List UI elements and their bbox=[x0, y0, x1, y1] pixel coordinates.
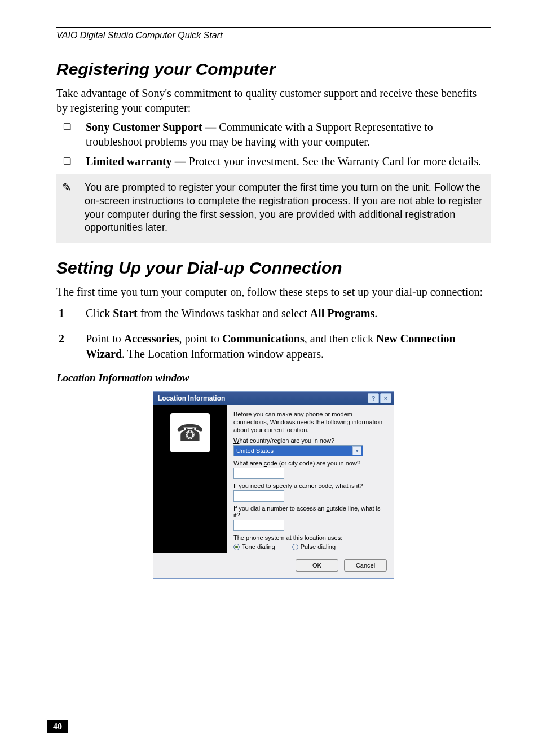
radio-pulse[interactable]: Pulse dialing bbox=[292, 543, 336, 550]
bullet-warranty: Limited warranty — Protect your investme… bbox=[56, 154, 491, 169]
heading-dialup: Setting Up your Dial-up Connection bbox=[56, 258, 491, 278]
areacode-input[interactable] bbox=[233, 468, 284, 479]
step-2: Point to Accessories, point to Communica… bbox=[56, 331, 491, 362]
step-1: Click Start from the Windows taskbar and… bbox=[56, 306, 491, 321]
step1-b2: All Programs bbox=[310, 307, 375, 319]
dialog-titlebar[interactable]: Location Information ? × bbox=[153, 392, 394, 405]
help-icon: ? bbox=[372, 395, 376, 402]
close-icon: × bbox=[384, 395, 387, 402]
dialog-title: Location Information bbox=[158, 394, 225, 402]
location-information-dialog: Location Information ? × ☎ Before you ca… bbox=[153, 391, 394, 579]
label-country-u: W bbox=[233, 437, 239, 444]
phone-icon: ☎ bbox=[170, 413, 210, 452]
label-country: What country/region are you in now? bbox=[233, 437, 387, 444]
label-areacode-post: ode (or city code) are you in now? bbox=[267, 460, 360, 467]
bullet-warranty-text: Protect your investment. See the Warrant… bbox=[189, 155, 481, 168]
page-number: 40 bbox=[47, 720, 68, 733]
radio-tone-label: one dialing bbox=[245, 543, 275, 550]
country-select[interactable]: United States ▾ bbox=[233, 445, 363, 456]
label-carrier-pre: If you need to specify a ca bbox=[233, 482, 306, 489]
note-box: ✎ You are prompted to register your comp… bbox=[56, 174, 491, 243]
label-areacode: What area code (or city code) are you in… bbox=[233, 460, 387, 467]
step2-b2: Communications bbox=[222, 332, 305, 345]
label-phone-system: The phone system at this location uses: bbox=[233, 534, 387, 541]
step1-post: . bbox=[374, 307, 377, 319]
step1-mid: from the Windows taskbar and select bbox=[138, 307, 310, 319]
dialog-sidebar: ☎ bbox=[153, 405, 227, 553]
label-carrier-post: rier code, what is it? bbox=[307, 482, 363, 489]
step2-b1: Accessories bbox=[124, 332, 179, 345]
bullet-sony-support-bold: Sony Customer Support — bbox=[86, 121, 219, 133]
dialog-intro: Before you can make any phone or modem c… bbox=[233, 411, 387, 434]
cancel-button[interactable]: Cancel bbox=[344, 559, 387, 572]
radio-pulse-label: ulse dialing bbox=[305, 543, 336, 550]
label-country-post: hat country/region are you in now? bbox=[239, 437, 334, 444]
registering-intro: Take advantage of Sony's commitment to q… bbox=[56, 86, 491, 115]
running-head: VAIO Digital Studio Computer Quick Start bbox=[56, 30, 491, 41]
pencil-icon: ✎ bbox=[62, 180, 72, 195]
dialup-intro: The first time you turn your computer on… bbox=[56, 284, 491, 299]
label-outside: If you dial a number to access an outsid… bbox=[233, 505, 387, 518]
country-value: United States bbox=[236, 447, 274, 454]
radio-dot-icon bbox=[292, 544, 298, 550]
radio-tone[interactable]: Tone dialing bbox=[233, 543, 275, 550]
label-areacode-pre: What area bbox=[233, 460, 264, 467]
dialog-caption: Location Information window bbox=[56, 372, 491, 384]
radio-dot-icon bbox=[233, 544, 240, 550]
ok-button[interactable]: OK bbox=[296, 559, 338, 572]
chevron-down-icon: ▾ bbox=[352, 446, 361, 455]
note-text: You are prompted to register your comput… bbox=[85, 182, 482, 233]
close-button[interactable]: × bbox=[380, 393, 391, 403]
bullet-warranty-bold: Limited warranty — bbox=[86, 155, 189, 168]
step1-b1: Start bbox=[113, 307, 137, 319]
bullet-sony-support: Sony Customer Support — Communicate with… bbox=[56, 120, 491, 150]
label-outside-pre: If you dial a number to access an bbox=[233, 505, 326, 512]
header-rule bbox=[56, 27, 491, 28]
help-button[interactable]: ? bbox=[368, 393, 379, 403]
step2-pre: Point to bbox=[86, 332, 124, 345]
carrier-input[interactable] bbox=[233, 490, 284, 502]
radio-pulse-u: P bbox=[301, 543, 305, 550]
step2-post: . The Location Information window appear… bbox=[122, 348, 324, 360]
outside-input[interactable] bbox=[233, 520, 284, 531]
step2-m1: , point to bbox=[179, 332, 223, 345]
label-carrier: If you need to specify a carrier code, w… bbox=[233, 482, 387, 489]
step2-m2: , and then click bbox=[305, 332, 376, 345]
step1-pre: Click bbox=[86, 307, 113, 319]
heading-registering: Registering your Computer bbox=[56, 60, 491, 79]
